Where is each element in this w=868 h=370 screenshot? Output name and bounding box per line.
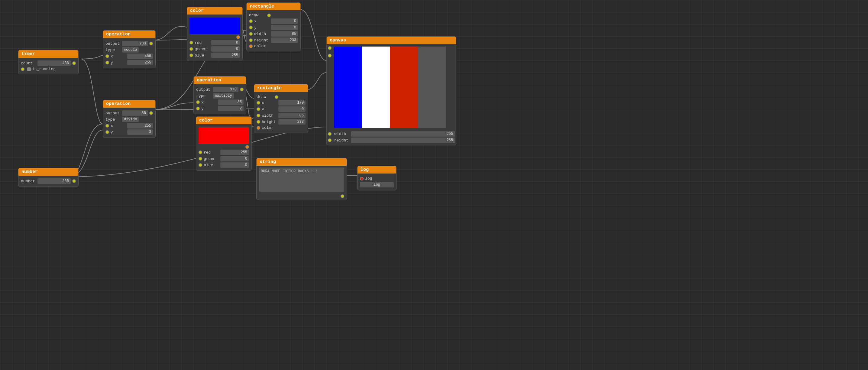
op1-y-label: y <box>111 60 127 65</box>
op1-type-value[interactable]: modulo <box>122 47 139 53</box>
rect1-y-port <box>249 26 253 29</box>
color1-node: color red 0 green 0 blue 255 <box>187 7 243 61</box>
canvas-height-row: height 255 <box>328 137 455 143</box>
rect2-x-value: 170 <box>278 100 306 105</box>
op1-x-value: 488 <box>127 54 153 59</box>
timer-is-running-port <box>21 67 25 71</box>
canvas-stripe-red <box>390 47 418 128</box>
log-button-row: log <box>360 182 394 187</box>
op2-y-port <box>105 130 109 134</box>
rect2-width-label: width <box>262 113 278 118</box>
op1-output-value: 233 <box>122 41 148 46</box>
operation2-node: operation output 85 type divide x 255 y … <box>103 100 156 138</box>
color2-red-label: red <box>204 150 220 155</box>
rect2-y-row: y 0 <box>256 106 306 112</box>
op3-x-label: x <box>201 100 218 104</box>
op2-x-label: x <box>111 124 127 128</box>
color1-blue-row: blue 255 <box>189 53 240 58</box>
color2-red-row: red 255 <box>198 150 249 155</box>
color2-blue-row: blue 0 <box>198 162 249 168</box>
rect1-x-port <box>249 19 253 23</box>
timer-count-label: count <box>21 61 37 66</box>
rect2-color-label: color <box>262 125 278 130</box>
color1-output-port <box>236 35 240 39</box>
log-node-header: log <box>358 166 396 174</box>
timer-count-port <box>72 61 76 65</box>
operation3-node-header: operation <box>194 76 246 84</box>
op3-output-port <box>240 88 244 91</box>
rect1-height-row: height 233 <box>249 37 298 43</box>
canvas-stripe-dark <box>418 47 446 128</box>
rect1-width-port <box>249 32 253 36</box>
rect1-x-label: x <box>254 19 271 24</box>
op3-x-row: x 85 <box>196 99 244 105</box>
string-output-port <box>341 194 344 198</box>
color2-green-value: 0 <box>220 156 249 161</box>
rect2-width-value: 85 <box>278 113 306 118</box>
color1-green-label: green <box>195 47 211 51</box>
canvas-stripe-blue <box>334 47 362 128</box>
rect1-width-value: 85 <box>271 31 298 37</box>
op2-output-label: output <box>105 111 122 116</box>
color2-node-header: color <box>196 117 251 124</box>
canvas-height-port <box>328 138 332 142</box>
rect2-y-label: y <box>262 107 278 112</box>
rect1-height-label: height <box>254 38 271 42</box>
number-number-value: 255 <box>37 178 71 184</box>
string-text-area[interactable] <box>259 167 344 192</box>
rect2-x-label: x <box>262 101 278 105</box>
op3-y-port <box>196 107 200 110</box>
color1-preview <box>189 18 240 34</box>
timer-is-running-label: is_running <box>32 67 56 71</box>
color2-output-port <box>245 145 249 149</box>
op2-type-value[interactable]: divide <box>122 117 139 122</box>
color1-green-value: 0 <box>211 46 240 52</box>
color2-green-row: green 0 <box>198 156 249 161</box>
op3-type-value[interactable]: multiply <box>213 93 234 98</box>
rect2-width-port <box>256 114 260 117</box>
log-log-label: log <box>365 176 382 181</box>
op3-x-value: 85 <box>218 99 244 105</box>
rect1-y-value: 0 <box>271 25 298 30</box>
op2-output-row: output 85 <box>105 110 153 116</box>
op1-type-row: type modulo <box>105 47 153 53</box>
operation3-node: operation output 170 type multiply x 85 … <box>193 76 246 114</box>
op2-x-port <box>105 124 109 128</box>
rect1-y-row: y 0 <box>249 25 298 30</box>
log-button-value[interactable]: log <box>360 182 394 187</box>
color1-green-port <box>189 47 193 51</box>
op1-y-value: 255 <box>127 60 153 65</box>
number-number-label: number <box>21 179 37 184</box>
color2-node: color red 255 green 0 blue 0 <box>196 116 252 171</box>
timer-node-header: timer <box>19 50 78 58</box>
color2-green-port <box>198 157 202 160</box>
number-number-port <box>72 179 76 183</box>
op1-y-row: y 255 <box>105 60 153 65</box>
op2-output-port <box>149 111 153 115</box>
canvas-width-row: width 255 <box>328 131 455 136</box>
op2-x-value: 255 <box>127 123 153 128</box>
op1-x-port <box>105 54 109 58</box>
rect2-x-port <box>256 101 260 104</box>
canvas-draw2-port <box>328 54 332 57</box>
rect1-y-label: y <box>254 25 271 30</box>
rect2-color-port <box>256 126 260 130</box>
op3-type-row: type multiply <box>196 93 244 98</box>
op3-type-label: type <box>196 94 213 98</box>
op2-type-row: type divide <box>105 117 153 122</box>
op3-output-row: output 170 <box>196 87 244 92</box>
timer-is-running-checkbox[interactable] <box>27 67 31 71</box>
op2-y-label: y <box>111 130 127 134</box>
op1-x-row: x 488 <box>105 54 153 59</box>
color1-red-value: 0 <box>211 40 240 45</box>
op2-x-row: x 255 <box>105 123 153 128</box>
color2-blue-value: 0 <box>220 162 249 168</box>
op2-output-value: 85 <box>122 110 148 116</box>
rect1-height-port <box>249 38 253 42</box>
op3-output-value: 170 <box>213 87 239 92</box>
rect2-height-label: height <box>262 120 278 124</box>
timer-is-running-row: is_running <box>21 67 76 71</box>
timer-count-value: 488 <box>37 60 71 66</box>
op1-output-label: output <box>105 41 122 46</box>
rect1-x-value: 0 <box>271 19 298 24</box>
